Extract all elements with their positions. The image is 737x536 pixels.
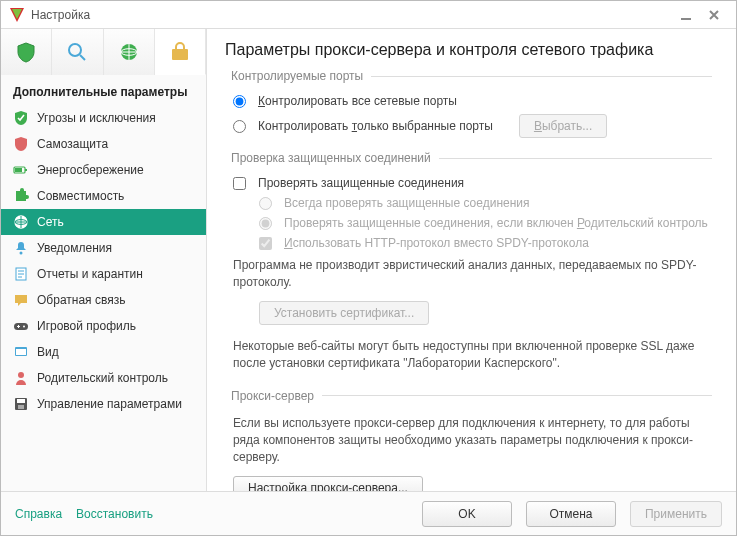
feedback-icon bbox=[13, 292, 29, 308]
label-ssl-parental: Проверять защищенные соединения, если вк… bbox=[284, 216, 708, 230]
settings-window: Настройка Дополнительные параметры Угроз… bbox=[0, 0, 737, 536]
svg-rect-2 bbox=[681, 18, 691, 20]
sidebar-item-3[interactable]: Совместимость bbox=[1, 183, 206, 209]
sidebar-item-label: Родительский контроль bbox=[37, 371, 168, 385]
category-tabs bbox=[1, 29, 206, 75]
shield-check-icon bbox=[13, 110, 29, 126]
sidebar-item-label: Совместимость bbox=[37, 189, 124, 203]
sidebar-item-1[interactable]: Самозащита bbox=[1, 131, 206, 157]
select-ports-button[interactable]: Выбрать... bbox=[519, 114, 607, 138]
shield-icon bbox=[13, 136, 29, 152]
svg-rect-9 bbox=[25, 169, 27, 171]
report-icon bbox=[13, 266, 29, 282]
radio-ssl-always bbox=[259, 197, 272, 210]
apply-button[interactable]: Применить bbox=[630, 501, 722, 527]
sidebar-item-label: Управление параметрами bbox=[37, 397, 182, 411]
sidebar-item-label: Угрозы и исключения bbox=[37, 111, 156, 125]
restore-link[interactable]: Восстановить bbox=[76, 507, 153, 521]
sidebar-item-9[interactable]: Вид bbox=[1, 339, 206, 365]
sidebar-item-7[interactable]: Обратная связь bbox=[1, 287, 206, 313]
sidebar-item-10[interactable]: Родительский контроль bbox=[1, 365, 206, 391]
check-scan-ssl[interactable] bbox=[233, 177, 246, 190]
sidebar-item-label: Сеть bbox=[37, 215, 64, 229]
sidebar-item-5[interactable]: Уведомления bbox=[1, 235, 206, 261]
radio-all-ports[interactable] bbox=[233, 95, 246, 108]
sidebar-item-label: Уведомления bbox=[37, 241, 112, 255]
check-http-spdy bbox=[259, 237, 272, 250]
sidebar-item-label: Игровой профиль bbox=[37, 319, 136, 333]
group-title-ssl: Проверка защищенных соединений bbox=[225, 151, 718, 165]
group-title-proxy: Прокси-сервер bbox=[225, 389, 718, 403]
bell-icon bbox=[13, 240, 29, 256]
titlebar: Настройка bbox=[1, 1, 736, 29]
gamepad-icon bbox=[13, 318, 29, 334]
proxy-settings-button[interactable]: Настройка прокси-сервера... bbox=[233, 476, 423, 491]
sidebar-item-label: Самозащита bbox=[37, 137, 108, 151]
svg-rect-7 bbox=[172, 49, 188, 60]
battery-icon bbox=[13, 162, 29, 178]
svg-rect-21 bbox=[17, 399, 25, 403]
save-icon bbox=[13, 396, 29, 412]
radio-selected-ports[interactable] bbox=[233, 120, 246, 133]
sidebar-item-8[interactable]: Игровой профиль bbox=[1, 313, 206, 339]
sidebar-item-11[interactable]: Управление параметрами bbox=[1, 391, 206, 417]
window-title: Настройка bbox=[31, 8, 672, 22]
minimize-button[interactable] bbox=[672, 6, 700, 24]
svg-rect-15 bbox=[14, 323, 28, 330]
sidebar: Дополнительные параметры Угрозы и исключ… bbox=[1, 29, 207, 491]
svg-line-4 bbox=[80, 55, 85, 60]
page-title: Параметры прокси-сервера и контроля сете… bbox=[225, 41, 718, 59]
sidebar-item-label: Обратная связь bbox=[37, 293, 125, 307]
radio-ssl-parental bbox=[259, 217, 272, 230]
install-cert-button[interactable]: Установить сертификат... bbox=[259, 301, 429, 325]
puzzle-icon bbox=[13, 188, 29, 204]
group-title-ports: Контролируемые порты bbox=[225, 69, 718, 83]
close-button[interactable] bbox=[700, 6, 728, 24]
parental-icon bbox=[13, 370, 29, 386]
sidebar-item-6[interactable]: Отчеты и карантин bbox=[1, 261, 206, 287]
sidebar-item-2[interactable]: Энергосбережение bbox=[1, 157, 206, 183]
svg-rect-10 bbox=[15, 168, 22, 172]
svg-point-16 bbox=[23, 326, 25, 328]
tab-protection[interactable] bbox=[1, 29, 52, 75]
group-proxy: Прокси-сервер Если вы используете прокси… bbox=[225, 389, 718, 491]
spdy-note: Программа не производит эвристический ан… bbox=[225, 253, 718, 298]
sidebar-item-label: Вид bbox=[37, 345, 59, 359]
sidebar-nav: Угрозы и исключенияСамозащитаЭнергосбере… bbox=[1, 105, 206, 417]
sidebar-item-0[interactable]: Угрозы и исключения bbox=[1, 105, 206, 131]
main-panel: Параметры прокси-сервера и контроля сете… bbox=[207, 29, 736, 491]
label-ssl-always: Всегда проверять защищенные соединения bbox=[284, 196, 530, 210]
svg-point-3 bbox=[69, 44, 81, 56]
svg-rect-22 bbox=[18, 405, 24, 409]
label-scan-ssl: Проверять защищенные соединения bbox=[258, 176, 464, 190]
sidebar-item-label: Энергосбережение bbox=[37, 163, 144, 177]
tab-advanced[interactable] bbox=[155, 29, 206, 75]
tab-update[interactable] bbox=[104, 29, 155, 75]
sidebar-item-label: Отчеты и карантин bbox=[37, 267, 143, 281]
footer: Справка Восстановить OK Отмена Применить bbox=[1, 491, 736, 535]
help-link[interactable]: Справка bbox=[15, 507, 62, 521]
svg-rect-18 bbox=[16, 349, 26, 355]
proxy-note: Если вы используете прокси-сервер для по… bbox=[225, 411, 718, 473]
cancel-button[interactable]: Отмена bbox=[526, 501, 616, 527]
group-ssl: Проверка защищенных соединений Проверять… bbox=[225, 151, 718, 379]
app-logo-icon bbox=[9, 7, 25, 23]
label-all-ports: Контролировать все сетевые порты bbox=[258, 94, 457, 108]
svg-point-13 bbox=[20, 252, 23, 255]
view-icon bbox=[13, 344, 29, 360]
ok-button[interactable]: OK bbox=[422, 501, 512, 527]
sidebar-item-4[interactable]: Сеть bbox=[1, 209, 206, 235]
ssl-warning: Некоторые веб-сайты могут быть недоступн… bbox=[225, 334, 718, 379]
tab-scan[interactable] bbox=[52, 29, 103, 75]
sidebar-heading: Дополнительные параметры bbox=[1, 75, 206, 105]
label-http-spdy: Использовать HTTP-протокол вместо SPDY-п… bbox=[284, 236, 589, 250]
group-ports: Контролируемые порты Контролировать все … bbox=[225, 69, 718, 141]
svg-point-19 bbox=[18, 372, 24, 378]
globe-icon bbox=[13, 214, 29, 230]
label-selected-ports: Контролировать только выбранные порты bbox=[258, 119, 493, 133]
